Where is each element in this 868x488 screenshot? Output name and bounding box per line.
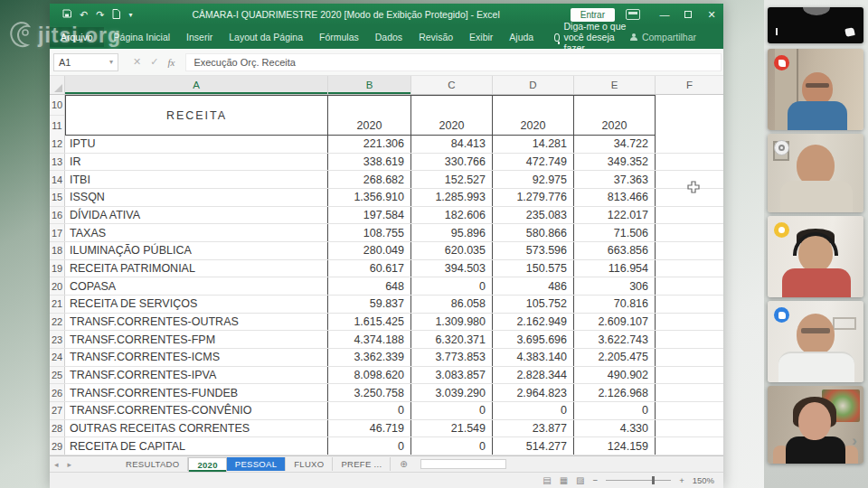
cell-value[interactable]: 663.856: [574, 242, 656, 259]
cell-value[interactable]: 1.285.993: [411, 189, 493, 206]
ribbon-tab-f-rmulas[interactable]: Fórmulas: [311, 32, 367, 42]
row-number[interactable]: 23: [50, 331, 65, 348]
cell-value[interactable]: 338.619: [328, 154, 411, 171]
participant-video-4[interactable]: [768, 216, 863, 297]
cell-value[interactable]: 306: [574, 277, 656, 295]
cell-value[interactable]: 280.049: [328, 242, 411, 259]
cell-value[interactable]: 0: [493, 402, 574, 419]
cell-value[interactable]: 95.896: [411, 224, 493, 241]
sheet-nav-right-icon[interactable]: ▸: [63, 460, 77, 469]
cell-value[interactable]: 573.596: [493, 242, 574, 259]
cell-value[interactable]: 2.828.344: [493, 367, 574, 384]
page-layout-view-icon[interactable]: ▦: [560, 475, 568, 485]
cell-value[interactable]: 6.320.371: [411, 331, 493, 348]
document-icon[interactable]: [112, 9, 120, 21]
cell-label[interactable]: RECEITA DE CAPITAL: [65, 437, 328, 455]
column-header-b[interactable]: B: [328, 76, 411, 94]
ribbon-tab-inserir[interactable]: Inserir: [178, 32, 221, 42]
cell-value[interactable]: 108.755: [328, 224, 411, 241]
cell-year-c[interactable]: 2020: [411, 95, 493, 136]
cell-value[interactable]: 23.877: [493, 420, 574, 437]
participant-video-3[interactable]: [768, 134, 863, 212]
row-number[interactable]: 16: [50, 207, 65, 224]
row-number[interactable]: 29: [50, 437, 65, 455]
cell-label[interactable]: ISSQN: [65, 189, 328, 206]
cell-label[interactable]: COPASA: [65, 277, 328, 295]
cell-label[interactable]: TRANSF.CORRENTES-FPM: [65, 331, 328, 348]
cell-value[interactable]: 37.363: [574, 171, 656, 188]
cell-label[interactable]: TRANSF.CORRENTES-CONVÊNIO: [65, 402, 328, 419]
cell-value[interactable]: 4.374.188: [328, 331, 411, 348]
cell-value[interactable]: 0: [328, 402, 411, 419]
zoom-slider-thumb[interactable]: [652, 476, 655, 484]
sign-in-button[interactable]: Entrar: [571, 8, 615, 22]
sheet-tab-fluxo[interactable]: FLUXO: [286, 457, 333, 471]
cell-value[interactable]: 268.682: [328, 171, 411, 188]
cell-value[interactable]: 84.413: [411, 136, 493, 153]
cell-label[interactable]: IPTU: [65, 136, 328, 153]
cell-value[interactable]: 3.622.743: [574, 331, 656, 348]
ribbon-tab-layout-da-p-gina[interactable]: Layout da Página: [221, 32, 311, 42]
cell-value[interactable]: 394.503: [411, 260, 493, 277]
redo-icon[interactable]: ↷: [96, 9, 104, 21]
cell-value[interactable]: 71.506: [574, 224, 656, 241]
restore-button[interactable]: [676, 9, 700, 20]
normal-view-icon[interactable]: ▤: [542, 475, 551, 485]
zoom-level[interactable]: 150%: [693, 475, 714, 485]
cell-value[interactable]: 490.902: [574, 367, 656, 384]
cell-value[interactable]: 4.383.140: [493, 349, 574, 366]
sheet-tab-resultado[interactable]: RESULTADO: [118, 457, 188, 471]
zoom-slider[interactable]: [606, 480, 671, 481]
row-number[interactable]: 15: [50, 189, 65, 206]
cell-value[interactable]: 3.250.758: [328, 384, 411, 401]
cell-label[interactable]: TAXAS: [65, 224, 328, 241]
new-sheet-button[interactable]: ⊕: [400, 459, 407, 469]
cell-value[interactable]: 0: [328, 437, 411, 455]
cell-value[interactable]: 8.098.620: [328, 367, 411, 384]
cell-value[interactable]: 59.837: [328, 296, 411, 313]
enter-icon[interactable]: ✓: [150, 56, 158, 68]
sheet-tab-pessoal[interactable]: PESSOAL: [227, 457, 286, 471]
cancel-icon[interactable]: ✕: [133, 56, 141, 68]
cell-label[interactable]: ILUMINAÇÃO PÚBLICA: [65, 242, 328, 259]
ribbon-tab-revis-o[interactable]: Revisão: [410, 32, 461, 42]
sheet-tab-prefe-[interactable]: PREFE ...: [333, 457, 391, 471]
row-number[interactable]: 13: [50, 154, 65, 171]
cell-value[interactable]: 124.159: [574, 437, 656, 455]
cell-value[interactable]: 349.352: [574, 154, 656, 171]
column-header-d[interactable]: D: [493, 76, 574, 94]
column-header-e[interactable]: E: [574, 76, 656, 94]
cell-label[interactable]: ITBI: [65, 171, 328, 188]
cell-value[interactable]: 3.362.339: [328, 349, 411, 366]
cell-value[interactable]: 182.606: [411, 207, 493, 224]
page-break-view-icon[interactable]: ▨: [576, 475, 584, 485]
cell-value[interactable]: 105.752: [493, 296, 574, 313]
participant-video-2[interactable]: [768, 49, 863, 130]
cell-value[interactable]: 486: [493, 277, 574, 295]
ribbon-tab-p-gina-inicial[interactable]: Página Inicial: [106, 32, 178, 42]
cell-label[interactable]: DÍVIDA ATIVA: [65, 207, 328, 224]
horizontal-scrollbar[interactable]: [420, 459, 506, 469]
minimize-button[interactable]: —: [653, 9, 676, 20]
sheet-nav-left-icon[interactable]: ◂: [50, 460, 63, 469]
cell-value[interactable]: 1.279.776: [493, 189, 574, 206]
cell-value[interactable]: 2.964.823: [493, 384, 574, 401]
cell-value[interactable]: 330.766: [411, 154, 493, 171]
close-button[interactable]: ✕: [700, 9, 723, 21]
cell-value[interactable]: 0: [411, 277, 493, 295]
cell-value[interactable]: 1.615.425: [328, 314, 411, 331]
row-number[interactable]: 27: [50, 402, 65, 419]
cell-label[interactable]: TRANSF.CORRENTES-IPVA: [65, 367, 328, 384]
row-number[interactable]: 14: [50, 171, 65, 188]
cell-label[interactable]: TRANSF.CORRENTES-FUNDEB: [65, 384, 328, 401]
cell-label[interactable]: OUTRAS RECEITAS CORRENTES: [65, 420, 328, 437]
select-all-corner[interactable]: [50, 76, 65, 94]
cell-value[interactable]: 34.722: [574, 136, 656, 153]
cell-value[interactable]: 514.277: [493, 437, 574, 455]
cell-value[interactable]: 1.309.980: [411, 314, 493, 331]
participant-video-6[interactable]: [768, 386, 863, 464]
cell-value[interactable]: 70.816: [574, 296, 656, 313]
cell-value[interactable]: 2.205.475: [574, 349, 656, 366]
row-number[interactable]: 26: [50, 384, 65, 401]
cell-year-d[interactable]: 2020: [493, 95, 574, 136]
